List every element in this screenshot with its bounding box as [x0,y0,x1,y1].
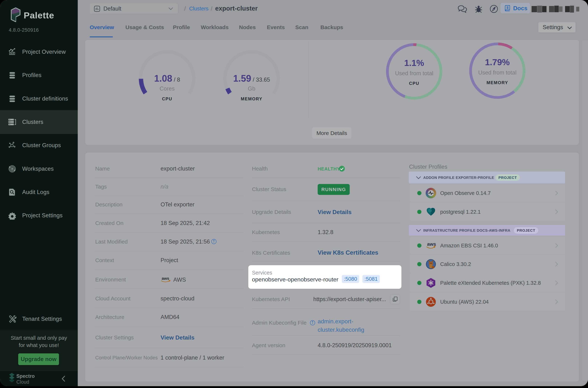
svg-text:aws: aws [162,276,169,281]
svg-text:aws: aws [427,241,436,247]
